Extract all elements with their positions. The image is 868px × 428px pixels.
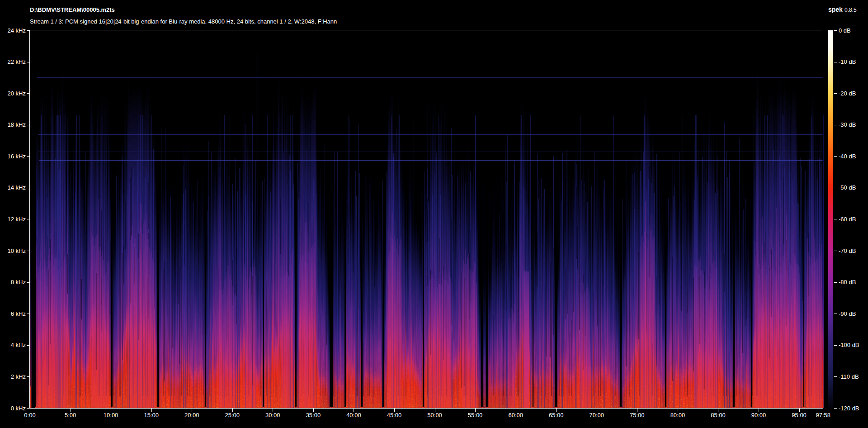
- svg-text:0 dB: 0 dB: [839, 27, 851, 34]
- svg-text:70:00: 70:00: [590, 412, 604, 418]
- svg-text:85:00: 85:00: [711, 412, 726, 418]
- svg-text:-10 dB: -10 dB: [839, 58, 856, 65]
- svg-text:24 kHz: 24 kHz: [8, 27, 26, 34]
- svg-text:14 kHz: 14 kHz: [8, 184, 26, 191]
- svg-text:-120 dB: -120 dB: [839, 405, 859, 412]
- svg-text:-110 dB: -110 dB: [839, 373, 859, 380]
- svg-text:-90 dB: -90 dB: [839, 310, 856, 317]
- svg-text:40:00: 40:00: [346, 412, 361, 418]
- svg-text:0.8.5: 0.8.5: [844, 7, 857, 13]
- svg-text:16 kHz: 16 kHz: [8, 153, 26, 160]
- svg-text:5:00: 5:00: [65, 412, 76, 418]
- svg-text:60:00: 60:00: [508, 412, 523, 418]
- svg-text:90:00: 90:00: [751, 412, 766, 418]
- svg-text:-50 dB: -50 dB: [839, 184, 856, 191]
- svg-text:50:00: 50:00: [427, 412, 442, 418]
- svg-text:-30 dB: -30 dB: [839, 121, 856, 128]
- svg-text:25:00: 25:00: [225, 412, 240, 418]
- svg-text:4 kHz: 4 kHz: [11, 342, 26, 348]
- svg-text:20:00: 20:00: [184, 412, 199, 418]
- svg-text:80:00: 80:00: [670, 412, 685, 418]
- svg-text:35:00: 35:00: [306, 412, 321, 418]
- svg-text:Stream 1 / 3: PCM signed 16|20: Stream 1 / 3: PCM signed 16|20|24-bit bi…: [30, 18, 337, 25]
- svg-text:75:00: 75:00: [630, 412, 645, 418]
- svg-text:spek: spek: [828, 6, 843, 13]
- svg-text:-100 dB: -100 dB: [839, 342, 859, 348]
- svg-text:2 kHz: 2 kHz: [11, 373, 26, 380]
- svg-text:-60 dB: -60 dB: [839, 216, 856, 223]
- svg-text:-20 dB: -20 dB: [839, 90, 856, 97]
- svg-text:97:58: 97:58: [816, 412, 830, 418]
- svg-text:12 kHz: 12 kHz: [8, 216, 26, 223]
- svg-text:-80 dB: -80 dB: [839, 279, 856, 285]
- svg-text:55:00: 55:00: [468, 412, 483, 418]
- svg-text:65:00: 65:00: [549, 412, 564, 418]
- svg-text:20 kHz: 20 kHz: [8, 90, 26, 97]
- svg-text:95:00: 95:00: [792, 412, 807, 418]
- svg-text:8 kHz: 8 kHz: [11, 279, 26, 285]
- svg-text:10:00: 10:00: [104, 412, 118, 418]
- svg-text:10 kHz: 10 kHz: [8, 247, 26, 254]
- svg-text:6 kHz: 6 kHz: [11, 310, 26, 317]
- svg-text:30:00: 30:00: [265, 412, 280, 418]
- svg-text:18 kHz: 18 kHz: [8, 121, 26, 128]
- svg-text:0 kHz: 0 kHz: [11, 405, 26, 412]
- svg-text:15:00: 15:00: [144, 412, 159, 418]
- svg-text:22 kHz: 22 kHz: [8, 58, 26, 65]
- svg-text:-70 dB: -70 dB: [839, 247, 856, 254]
- svg-text:-40 dB: -40 dB: [839, 153, 856, 160]
- svg-text:D:\BDMV\STREAM\00005.m2ts: D:\BDMV\STREAM\00005.m2ts: [30, 6, 115, 13]
- svg-text:0:00: 0:00: [24, 412, 35, 418]
- svg-text:45:00: 45:00: [387, 412, 402, 418]
